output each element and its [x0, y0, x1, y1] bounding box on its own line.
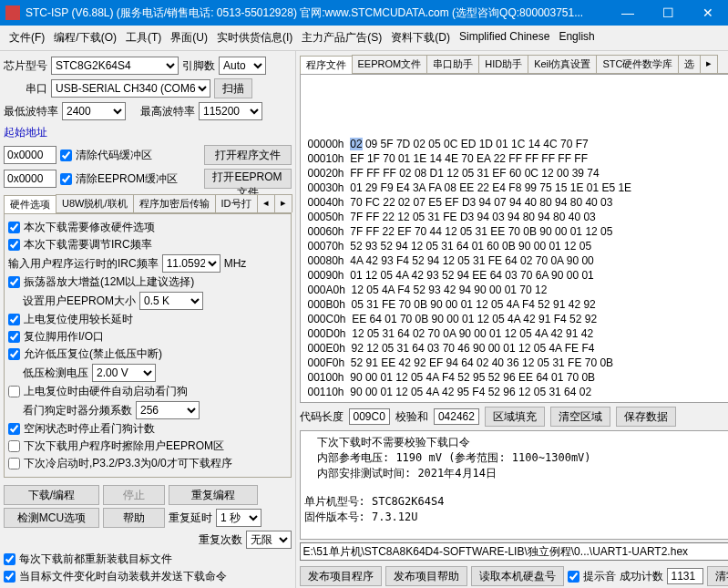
minbaud-label: 最低波特率: [4, 104, 58, 119]
download-button[interactable]: 下载/编程: [4, 485, 99, 505]
codelen-value: 009C0: [349, 408, 390, 425]
tab-serial[interactable]: 串口助手: [426, 55, 479, 73]
tab-stchw[interactable]: STC硬件数学库: [596, 55, 679, 73]
delay-label: 重复延时: [169, 511, 212, 526]
beep-check[interactable]: [568, 571, 579, 583]
beep-label: 提示音: [583, 569, 616, 584]
chksum-value: 042462: [434, 408, 479, 425]
redo-button[interactable]: 重复编程: [169, 485, 258, 505]
max-button[interactable]: ☐: [648, 0, 688, 26]
tab-hwopt[interactable]: 硬件选项: [4, 195, 56, 213]
opt-cold-start[interactable]: [8, 458, 20, 469]
tab-scroll-left[interactable]: ◂: [257, 194, 275, 212]
startaddr-label: 起始地址: [4, 125, 292, 140]
min-button[interactable]: —: [608, 0, 648, 26]
clear-eeprom-label: 清除EEPROM缓冲区: [76, 171, 178, 187]
detect-button[interactable]: 检测MCU选项: [4, 508, 99, 528]
autoload-check[interactable]: [4, 553, 15, 565]
com-label: 串口: [26, 81, 47, 97]
chip-label: 芯片型号: [4, 58, 47, 74]
codelen-label: 代码长度: [300, 409, 343, 425]
scan-button[interactable]: 扫描: [214, 78, 252, 98]
succ-value: 1131: [667, 568, 703, 584]
wdt-select[interactable]: 256: [136, 401, 200, 419]
pins-label: 引脚数: [182, 58, 215, 74]
tab-scroll-r2[interactable]: ▸: [700, 55, 718, 73]
opt-erase-eeprom[interactable]: [8, 440, 20, 452]
lvd-label: 低压检测电压: [23, 366, 88, 381]
opt-modify-hw[interactable]: [8, 222, 20, 233]
menu-download[interactable]: 资料下载(D): [387, 28, 454, 47]
lvd-select[interactable]: 2.00 V: [92, 364, 156, 382]
close-button[interactable]: ✕: [688, 0, 728, 26]
tab-hid[interactable]: HID助手: [478, 55, 528, 73]
tab-keil[interactable]: Keil仿真设置: [528, 55, 597, 73]
stop-button: 停止: [103, 485, 165, 505]
save-button[interactable]: 保存数据: [616, 407, 676, 427]
tab-id[interactable]: ID号打: [215, 194, 258, 212]
eeprom-size-select[interactable]: 0.5 K: [139, 292, 203, 310]
path-input[interactable]: [300, 542, 729, 561]
zero-button[interactable]: 清零: [707, 566, 729, 586]
chksum-label: 校验和: [395, 409, 428, 425]
tab-encrypt[interactable]: 程序加密后传输: [133, 194, 216, 212]
maxbaud-label: 最高波特率: [140, 104, 195, 119]
menu-program[interactable]: 编程/下载(O): [50, 28, 120, 47]
hex-view[interactable]: 00000h 02 09 5F 7D 02 05 0C ED 1D 01 1C …: [300, 74, 729, 403]
tab-scroll-right[interactable]: ▸: [274, 194, 292, 212]
irc-unit: MHz: [224, 257, 247, 270]
menu-file[interactable]: 文件(F): [5, 28, 48, 47]
pub-help-button[interactable]: 发布项目帮助: [385, 566, 467, 586]
menu-tools[interactable]: 工具(T): [122, 28, 165, 47]
fill-button[interactable]: 区域填充: [485, 407, 545, 427]
addr1-input[interactable]: [4, 146, 56, 164]
eeprom-size-label: 设置用户EEPROM大小: [23, 294, 136, 309]
maxbaud-select[interactable]: 115200: [199, 102, 262, 120]
menu-ads[interactable]: 主力产品广告(S): [298, 28, 385, 47]
clear-button[interactable]: 清空区域: [550, 407, 610, 427]
read-hw-button[interactable]: 读取本机硬盘号: [471, 566, 564, 586]
menu-supply[interactable]: 实时供货信息(I): [213, 28, 296, 47]
chip-select[interactable]: STC8G2K64S4: [51, 57, 179, 75]
open-eeprom-button[interactable]: 打开EEPROM文件: [204, 169, 292, 189]
tab-u8w[interactable]: U8W脱机/联机: [56, 194, 134, 212]
pub-prog-button[interactable]: 发布项目程序: [300, 566, 382, 586]
irc-label: 输入用户程序运行时的IRC频率: [8, 256, 159, 272]
menu-ui[interactable]: 界面(U): [167, 28, 211, 47]
menu-english[interactable]: English: [555, 28, 598, 47]
minbaud-select[interactable]: 2400: [62, 102, 126, 120]
addr2-input[interactable]: [4, 170, 56, 188]
opt-wdt-auto[interactable]: [8, 386, 20, 397]
opt-lvr[interactable]: [8, 348, 20, 360]
window-title: STC-ISP (V6.88L) (服务电话/销售电话: 0513-550129…: [26, 5, 608, 21]
irc-select[interactable]: 11.0592: [162, 254, 220, 273]
count-select[interactable]: 无限: [246, 531, 292, 549]
log-output: 下次下载时不需要校验下载口令 内部参考电压: 1190 mV (参考范围: 11…: [300, 430, 729, 540]
tab-eepromfile[interactable]: EEPROM文件: [352, 55, 428, 73]
options-panel: 本次下载需要修改硬件选项 本次下载需要调节IRC频率 输入用户程序运行时的IRC…: [4, 213, 292, 478]
wdt-label: 看门狗定时器分频系数: [23, 403, 132, 418]
open-prog-button[interactable]: 打开程序文件: [204, 145, 292, 165]
tab-progfile[interactable]: 程序文件: [300, 56, 353, 74]
clear-code-label: 清除代码缓冲区: [76, 148, 152, 163]
opt-long-delay[interactable]: [8, 314, 20, 325]
pins-select[interactable]: Auto: [219, 57, 266, 75]
succ-label: 成功计数: [620, 569, 663, 584]
menu-simpchinese[interactable]: Simplified Chinese: [456, 28, 553, 47]
autodetect-check[interactable]: [4, 571, 15, 583]
opt-reset-io[interactable]: [8, 331, 20, 343]
menubar: 文件(F) 编程/下载(O) 工具(T) 界面(U) 实时供货信息(I) 主力产…: [0, 26, 728, 51]
opt-adjust-irc[interactable]: [8, 239, 20, 251]
clear-code-check[interactable]: [60, 150, 72, 161]
count-label: 重复次数: [199, 532, 242, 548]
clear-eeprom-check[interactable]: [60, 173, 72, 185]
opt-idle-wdt[interactable]: [8, 423, 20, 435]
opt-osc-gain[interactable]: [8, 276, 20, 288]
delay-select[interactable]: 1 秒: [216, 509, 261, 527]
com-select[interactable]: USB-SERIAL CH340 (COM6): [51, 79, 210, 98]
app-icon: [5, 5, 20, 20]
help-button[interactable]: 帮助: [103, 508, 165, 528]
tab-more[interactable]: 选: [678, 55, 701, 73]
